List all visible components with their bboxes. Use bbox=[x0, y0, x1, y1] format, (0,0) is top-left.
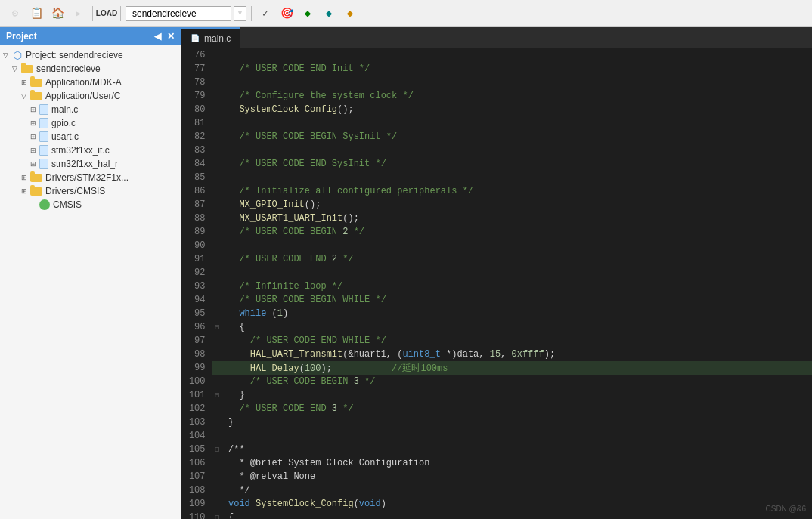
code-line[interactable]: /* USER CODE END SysInit */ bbox=[222, 157, 812, 171]
fold-icon[interactable]: ⊟ bbox=[212, 443, 222, 456]
table-row: 95 while (1) bbox=[181, 307, 812, 320]
code-line[interactable]: /* Initialize all configured peripherals… bbox=[222, 184, 812, 198]
fold-icon bbox=[212, 375, 222, 388]
code-line[interactable]: /* USER CODE END 2 */ bbox=[222, 252, 812, 266]
sidebar-item-app-mdk[interactable]: ⊞ Application/MDK-A bbox=[0, 76, 181, 89]
fold-icon bbox=[212, 130, 222, 144]
fold-icon bbox=[212, 470, 222, 483]
fold-icon[interactable]: ⊟ bbox=[212, 320, 222, 334]
sidebar-item-main-c[interactable]: ⊞ main.c bbox=[0, 103, 181, 116]
toolbar-icon-home[interactable]: 🏠 bbox=[48, 5, 67, 23]
file-icon-gpio-c bbox=[39, 118, 48, 128]
code-line[interactable]: /* USER CODE END Init */ bbox=[222, 62, 812, 76]
table-row: 76 bbox=[181, 48, 812, 62]
code-line[interactable]: SystemClock_Config(); bbox=[222, 103, 812, 116]
toolbar-icon-arrow[interactable]: ▶ bbox=[70, 5, 88, 23]
code-line[interactable]: /* USER CODE END WHILE */ bbox=[222, 334, 812, 348]
code-line[interactable]: /* USER CODE BEGIN 2 */ bbox=[222, 225, 812, 239]
code-line[interactable]: } bbox=[222, 388, 812, 402]
fold-icon bbox=[212, 144, 222, 157]
sidebar-item-app-user[interactable]: ▽ Application/User/C bbox=[0, 89, 181, 103]
sidebar-item-drivers-cmsis[interactable]: ⊞ Drivers/CMSIS bbox=[0, 184, 181, 198]
code-line[interactable] bbox=[222, 116, 812, 130]
sidebar-item-cmsis[interactable]: CMSIS bbox=[0, 198, 181, 212]
fold-icon bbox=[212, 116, 222, 130]
code-line[interactable] bbox=[222, 429, 812, 443]
tab-label-main-c: main.c bbox=[204, 33, 231, 44]
code-container[interactable]: 76 77 /* USER CODE END Init */78 79 /* C… bbox=[181, 48, 812, 519]
table-row: 99 HAL_Delay(100); //延时100ms bbox=[181, 361, 812, 375]
line-number: 83 bbox=[181, 144, 212, 157]
sidebar-item-drivers-stm32[interactable]: ⊞ Drivers/STM32F1x... bbox=[0, 171, 181, 184]
toolbar-icon-target[interactable]: 🎯 bbox=[277, 5, 296, 23]
code-line[interactable]: { bbox=[222, 511, 812, 519]
tree-label-sendendrecieve: sendendrecieve bbox=[36, 63, 101, 74]
toolbar-icon-settings[interactable]: ⚙️ bbox=[6, 5, 24, 23]
code-line[interactable]: /* USER CODE BEGIN SysInit */ bbox=[222, 130, 812, 144]
code-line[interactable]: /* USER CODE BEGIN WHILE */ bbox=[222, 293, 812, 307]
code-line[interactable]: * @retval None bbox=[222, 470, 812, 483]
sidebar-close-icon[interactable]: ✕ bbox=[167, 31, 175, 42]
fold-icon bbox=[212, 483, 222, 497]
expand-icon-stm32-it: ⊞ bbox=[30, 147, 39, 154]
code-line[interactable]: /** bbox=[222, 443, 812, 456]
sidebar-item-stm32-it[interactable]: ⊞ stm32f1xx_it.c bbox=[0, 144, 181, 157]
code-line[interactable]: /* Infinite loop */ bbox=[222, 280, 812, 293]
table-row: 106 * @brief System Clock Configuration bbox=[181, 456, 812, 470]
fold-icon[interactable]: ⊟ bbox=[212, 511, 222, 519]
code-line[interactable] bbox=[222, 144, 812, 157]
code-line[interactable] bbox=[222, 76, 812, 89]
toolbar-icon-green[interactable]: ◆ bbox=[299, 5, 317, 23]
code-line[interactable]: * @brief System Clock Configuration bbox=[222, 456, 812, 470]
code-line[interactable]: HAL_Delay(100); //延时100ms bbox=[222, 361, 812, 375]
sidebar-tree: ▽ ⬡ Project: sendendrecieve ▽ sendendrec… bbox=[0, 45, 181, 519]
sidebar-item-project-root[interactable]: ▽ ⬡ Project: sendendrecieve bbox=[0, 48, 181, 62]
table-row: 102 /* USER CODE END 3 */ bbox=[181, 402, 812, 416]
fold-icon bbox=[212, 497, 222, 511]
folder-icon-drivers-cmsis bbox=[30, 187, 42, 196]
fold-icon bbox=[212, 416, 222, 429]
code-line[interactable] bbox=[222, 266, 812, 280]
tab-file-icon: 📄 bbox=[191, 34, 200, 42]
code-line[interactable]: void SystemClock_Config(void) bbox=[222, 497, 812, 511]
code-line[interactable]: */ bbox=[222, 483, 812, 497]
line-number: 81 bbox=[181, 116, 212, 130]
code-line[interactable] bbox=[222, 239, 812, 252]
sidebar-item-gpio-c[interactable]: ⊞ gpio.c bbox=[0, 116, 181, 130]
project-name-input[interactable] bbox=[126, 6, 231, 21]
expand-icon-root: ▽ bbox=[3, 51, 12, 59]
sidebar-item-sendendrecieve[interactable]: ▽ sendendrecieve bbox=[0, 62, 181, 76]
toolbar-icon-copy[interactable]: 📋 bbox=[27, 5, 45, 23]
project-name-dropdown[interactable]: ▼ bbox=[234, 6, 246, 21]
tab-main-c[interactable]: 📄 main.c bbox=[181, 27, 240, 48]
expand-icon-gpio-c: ⊞ bbox=[30, 119, 39, 127]
fold-icon[interactable]: ⊟ bbox=[212, 388, 222, 402]
tree-label-root: Project: sendendrecieve bbox=[26, 50, 123, 60]
code-line[interactable]: MX_GPIO_Init(); bbox=[222, 198, 812, 212]
code-line[interactable]: MX_USART1_UART_Init(); bbox=[222, 212, 812, 225]
tree-label-app-user: Application/User/C bbox=[45, 91, 120, 101]
code-line[interactable]: { bbox=[222, 320, 812, 334]
code-line[interactable] bbox=[222, 48, 812, 62]
line-number: 93 bbox=[181, 280, 212, 293]
code-line[interactable]: } bbox=[222, 416, 812, 429]
line-number: 87 bbox=[181, 198, 212, 212]
sidebar-item-stm32-hal[interactable]: ⊞ stm32f1xx_hal_r bbox=[0, 157, 181, 171]
expand-icon-app-user: ▽ bbox=[21, 92, 30, 100]
code-line[interactable]: while (1) bbox=[222, 307, 812, 320]
expand-icon-cmsis bbox=[30, 201, 39, 209]
code-line[interactable]: /* USER CODE END 3 */ bbox=[222, 402, 812, 416]
code-line[interactable]: /* USER CODE BEGIN 3 */ bbox=[222, 375, 812, 388]
code-line[interactable]: /* Configure the system clock */ bbox=[222, 89, 812, 103]
code-line[interactable] bbox=[222, 171, 812, 184]
table-row: 104 bbox=[181, 429, 812, 443]
table-row: 88 MX_USART1_UART_Init(); bbox=[181, 212, 812, 225]
expand-icon-stm32-hal: ⊞ bbox=[30, 160, 39, 168]
sidebar-item-usart-c[interactable]: ⊞ usart.c bbox=[0, 130, 181, 144]
code-line[interactable]: HAL_UART_Transmit(&huart1, (uint8_t *)da… bbox=[222, 348, 812, 361]
toolbar-icon-debug[interactable]: ◆ bbox=[341, 5, 359, 23]
sidebar-collapse-icon[interactable]: ◀ bbox=[154, 31, 161, 42]
toolbar-icon-load[interactable]: LOAD bbox=[98, 5, 116, 23]
toolbar-icon-teal[interactable]: ◆ bbox=[320, 5, 338, 23]
toolbar-icon-check[interactable]: ✓ bbox=[256, 5, 274, 23]
